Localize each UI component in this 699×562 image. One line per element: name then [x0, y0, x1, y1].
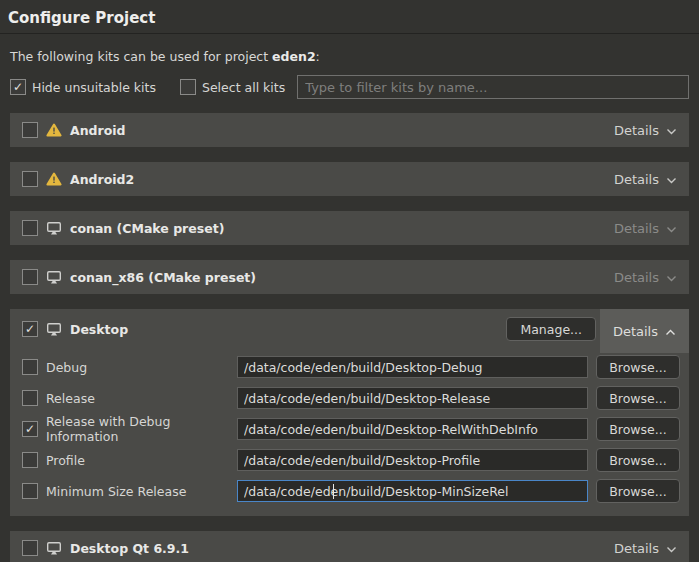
- browse-button[interactable]: Browse...: [596, 417, 680, 441]
- details-toggle[interactable]: Details: [614, 172, 677, 187]
- desktop-icon: [46, 541, 62, 555]
- path-input-wrap: [237, 480, 588, 502]
- details-label: Details: [613, 324, 658, 339]
- kit-row-desktop: ✓ Desktop Manage... Details Debug Browse…: [10, 309, 689, 516]
- kit-checkbox[interactable]: [22, 171, 38, 187]
- browse-button[interactable]: Browse...: [596, 448, 680, 472]
- kit-filter-input[interactable]: [297, 75, 689, 99]
- select-all-kits-checkbox-group[interactable]: Select all kits: [180, 79, 285, 95]
- build-config-row-debug: Debug Browse...: [10, 355, 689, 379]
- kit-header[interactable]: conan_x86 (CMake preset) Details: [10, 260, 689, 294]
- chevron-up-icon: [665, 324, 676, 339]
- kit-row-android: Android Details: [10, 113, 689, 147]
- kit-header[interactable]: ✓ Desktop Manage... Details: [10, 309, 689, 349]
- browse-button[interactable]: Browse...: [596, 386, 680, 410]
- build-dir-input[interactable]: [237, 449, 588, 471]
- config-label: Release: [46, 391, 229, 406]
- kit-checkbox[interactable]: [22, 269, 38, 285]
- kit-name: Desktop Qt 6.9.1: [70, 541, 189, 556]
- page-title: Configure Project: [0, 0, 699, 34]
- path-input-wrap: [237, 387, 588, 409]
- build-config-row-minsizerel: Minimum Size Release Browse...: [10, 479, 689, 503]
- manage-button[interactable]: Manage...: [506, 317, 596, 341]
- kit-name: Desktop: [70, 322, 128, 337]
- warning-icon: [46, 123, 62, 137]
- build-dir-input[interactable]: [237, 356, 588, 378]
- chevron-down-icon: [666, 270, 677, 285]
- details-toggle[interactable]: Details: [614, 123, 677, 138]
- browse-button[interactable]: Browse...: [596, 355, 680, 379]
- chevron-down-icon: [666, 221, 677, 236]
- select-all-kits-label: Select all kits: [202, 80, 285, 95]
- warning-icon: [46, 172, 62, 186]
- kit-row-conan-x86: conan_x86 (CMake preset) Details: [10, 260, 689, 294]
- kit-name: Android: [70, 123, 126, 138]
- build-dir-input[interactable]: [237, 387, 588, 409]
- desktop-icon: [46, 322, 62, 336]
- chevron-down-icon: [666, 123, 677, 138]
- details-label: Details: [614, 123, 659, 138]
- details-label: Details: [614, 270, 659, 285]
- kit-checkbox[interactable]: ✓: [22, 321, 38, 337]
- kit-name: Android2: [70, 172, 134, 187]
- kit-name: conan_x86 (CMake preset): [70, 270, 256, 285]
- details-label: Details: [614, 172, 659, 187]
- hide-unsuitable-kits-checkbox[interactable]: ✓: [10, 79, 26, 95]
- intro-text: The following kits can be used for proje…: [10, 49, 689, 64]
- config-label: Profile: [46, 453, 229, 468]
- check-icon: ✓: [25, 323, 35, 335]
- kit-checkbox[interactable]: [22, 540, 38, 556]
- intro-prefix: The following kits can be used for proje…: [10, 49, 272, 64]
- desktop-build-configs: Debug Browse... Release Browse... ✓ Rele…: [10, 349, 689, 516]
- kit-header[interactable]: conan (CMake preset) Details: [10, 211, 689, 245]
- hide-unsuitable-kits-label: Hide unsuitable kits: [32, 80, 156, 95]
- desktop-icon: [46, 221, 62, 235]
- desktop-icon: [46, 270, 62, 284]
- path-input-wrap: [237, 418, 588, 440]
- details-label: Details: [614, 221, 659, 236]
- build-config-row-profile: Profile Browse...: [10, 448, 689, 472]
- text-caret: [333, 484, 334, 499]
- config-checkbox[interactable]: ✓: [22, 421, 38, 437]
- kit-header[interactable]: Desktop Qt 6.9.1 Details: [10, 531, 689, 562]
- kit-checkbox[interactable]: [22, 220, 38, 236]
- build-dir-input[interactable]: [237, 418, 588, 440]
- details-toggle[interactable]: Details: [600, 309, 689, 353]
- build-config-row-release: Release Browse...: [10, 386, 689, 410]
- config-label: Debug: [46, 360, 229, 375]
- config-label: Minimum Size Release: [46, 484, 229, 499]
- details-toggle: Details: [614, 270, 677, 285]
- check-icon: ✓: [25, 423, 35, 435]
- chevron-down-icon: [666, 172, 677, 187]
- path-input-wrap: [237, 356, 588, 378]
- details-toggle: Details: [614, 221, 677, 236]
- config-checkbox[interactable]: [22, 452, 38, 468]
- build-config-row-relwithdebinfo: ✓ Release with Debug Information Browse.…: [10, 417, 689, 441]
- chevron-down-icon: [666, 541, 677, 556]
- hide-unsuitable-kits-checkbox-group[interactable]: ✓ Hide unsuitable kits: [10, 79, 156, 95]
- kit-header[interactable]: Android Details: [10, 113, 689, 147]
- kit-row-desktop-qt: Desktop Qt 6.9.1 Details: [10, 531, 689, 562]
- project-name: eden2: [272, 49, 316, 64]
- kit-row-conan: conan (CMake preset) Details: [10, 211, 689, 245]
- kit-checkbox[interactable]: [22, 122, 38, 138]
- config-checkbox[interactable]: [22, 390, 38, 406]
- intro-suffix: :: [316, 49, 320, 64]
- browse-button[interactable]: Browse...: [596, 479, 680, 503]
- details-toggle[interactable]: Details: [614, 541, 677, 556]
- kit-header[interactable]: Android2 Details: [10, 162, 689, 196]
- config-checkbox[interactable]: [22, 483, 38, 499]
- details-label: Details: [614, 541, 659, 556]
- select-all-kits-checkbox[interactable]: [180, 79, 196, 95]
- path-input-wrap: [237, 449, 588, 471]
- kit-filter-bar: ✓ Hide unsuitable kits Select all kits: [10, 75, 689, 99]
- config-label: Release with Debug Information: [46, 414, 229, 444]
- check-icon: ✓: [13, 81, 23, 93]
- build-dir-input-focused[interactable]: [237, 480, 588, 502]
- kit-name: conan (CMake preset): [70, 221, 224, 236]
- config-checkbox[interactable]: [22, 359, 38, 375]
- kit-row-android2: Android2 Details: [10, 162, 689, 196]
